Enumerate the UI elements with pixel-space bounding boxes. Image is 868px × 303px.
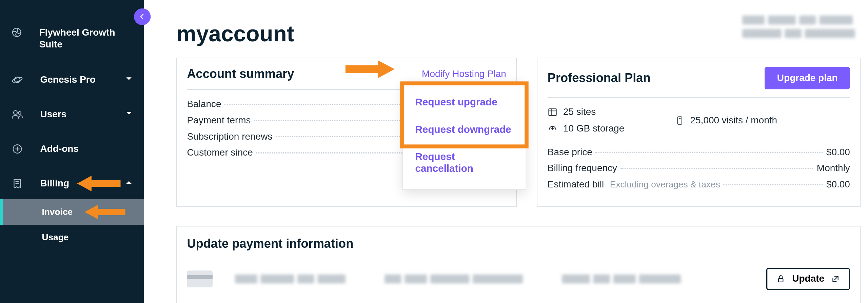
plan-row-estimated-bill: Estimated bill Excluding overages & taxe… bbox=[548, 179, 850, 190]
plan-row-base-price: Base price $0.00 bbox=[548, 147, 850, 158]
plan-row-billing-frequency: Billing frequency Monthly bbox=[548, 163, 850, 174]
row-value: Monthly bbox=[817, 163, 850, 174]
svg-rect-9 bbox=[549, 109, 556, 116]
storage-icon bbox=[548, 124, 558, 134]
chevron-up-icon bbox=[125, 178, 133, 189]
sites-icon bbox=[548, 107, 558, 117]
chevron-down-icon bbox=[125, 108, 133, 120]
annotation-arrow-icon bbox=[83, 203, 128, 220]
account-summary-heading: Account summary bbox=[187, 67, 294, 82]
row-label: Estimated bill Excluding overages & taxe… bbox=[548, 179, 720, 190]
external-link-icon bbox=[831, 275, 840, 283]
svg-marker-7 bbox=[84, 204, 125, 219]
sidebar-item-label: Billing bbox=[40, 178, 70, 189]
stat-text: 25 sites bbox=[563, 106, 596, 118]
stat-text: 10 GB storage bbox=[563, 123, 624, 135]
sidebar-item-label: Genesis Pro bbox=[40, 74, 96, 85]
row-label: Subscription renews bbox=[187, 131, 272, 142]
sidebar-item-billing[interactable]: Billing bbox=[0, 171, 144, 195]
sidebar-item-add-ons[interactable]: Add-ons bbox=[0, 136, 144, 161]
row-note: Excluding overages & taxes bbox=[610, 180, 720, 189]
row-label: Payment terms bbox=[187, 115, 251, 126]
arrow-left-icon bbox=[138, 13, 146, 21]
redacted-region bbox=[742, 16, 860, 45]
receipt-icon bbox=[11, 178, 23, 189]
row-label: Billing frequency bbox=[548, 163, 617, 174]
plan-heading: Professional Plan bbox=[548, 71, 651, 85]
collapse-sidebar-button[interactable] bbox=[134, 8, 151, 25]
lock-icon bbox=[776, 275, 785, 283]
modify-plan-dropdown: Request upgrade Request downgrade Reques… bbox=[402, 81, 526, 189]
redacted-region bbox=[384, 275, 523, 283]
annotation-arrow-icon bbox=[77, 174, 122, 192]
plus-circle-icon bbox=[11, 143, 23, 154]
svg-point-4 bbox=[18, 111, 21, 114]
svg-point-3 bbox=[14, 110, 17, 114]
row-label: Customer since bbox=[187, 147, 253, 159]
update-payment-button[interactable]: Update bbox=[767, 268, 850, 290]
sidebar-item-genesis-pro[interactable]: Genesis Pro bbox=[0, 67, 144, 92]
modify-hosting-plan-link[interactable]: Modify Hosting Plan bbox=[422, 68, 506, 80]
redacted-region bbox=[562, 275, 681, 283]
update-button-label: Update bbox=[792, 274, 824, 285]
fan-icon bbox=[11, 27, 22, 38]
dropdown-request-downgrade[interactable]: Request downgrade bbox=[403, 116, 526, 143]
svg-marker-6 bbox=[77, 176, 120, 191]
sidebar: Flywheel Growth Suite Genesis Pro Users bbox=[0, 0, 144, 303]
sidebar-item-users[interactable]: Users bbox=[0, 102, 144, 126]
main-content: myaccount Account summary Modify Hosting… bbox=[144, 0, 868, 303]
visits-icon bbox=[674, 116, 685, 126]
svg-rect-10 bbox=[677, 117, 682, 124]
stat-text: 25,000 visits / month bbox=[690, 115, 777, 126]
stat-storage: 10 GB storage bbox=[548, 123, 625, 135]
sidebar-item-label: Users bbox=[40, 108, 67, 120]
saturn-icon bbox=[11, 74, 23, 85]
row-value: $0.00 bbox=[826, 179, 850, 190]
sidebar-subitem-usage[interactable]: Usage bbox=[0, 225, 144, 250]
sidebar-subitem-label: Invoice bbox=[42, 207, 73, 216]
dropdown-request-upgrade[interactable]: Request upgrade bbox=[403, 89, 526, 116]
row-label: Base price bbox=[548, 147, 592, 158]
svg-rect-11 bbox=[779, 279, 783, 282]
sidebar-item-flywheel-growth-suite[interactable]: Flywheel Growth Suite bbox=[0, 20, 144, 57]
chevron-down-icon bbox=[125, 74, 133, 85]
account-summary-panel: Account summary Modify Hosting Plan Bala… bbox=[176, 58, 517, 207]
card-icon bbox=[187, 270, 213, 287]
stat-sites: 25 sites bbox=[548, 106, 625, 118]
redacted-region bbox=[235, 275, 346, 283]
sidebar-item-label: Add-ons bbox=[40, 143, 79, 154]
update-payment-panel: Update payment information bbox=[176, 226, 861, 303]
users-icon bbox=[11, 108, 23, 120]
upgrade-plan-button[interactable]: Upgrade plan bbox=[765, 67, 850, 89]
dropdown-request-cancellation[interactable]: Request cancellation bbox=[403, 143, 526, 182]
sidebar-subitem-invoice[interactable]: Invoice bbox=[0, 199, 144, 225]
row-value: $0.00 bbox=[826, 147, 850, 158]
update-payment-heading: Update payment information bbox=[187, 237, 850, 251]
stat-visits: 25,000 visits / month bbox=[674, 106, 777, 134]
sidebar-subitem-label: Usage bbox=[42, 233, 68, 242]
plan-panel: Professional Plan Upgrade plan 25 sites … bbox=[537, 58, 861, 207]
sidebar-item-label: Flywheel Growth Suite bbox=[39, 27, 133, 50]
row-label: Balance bbox=[187, 99, 221, 110]
